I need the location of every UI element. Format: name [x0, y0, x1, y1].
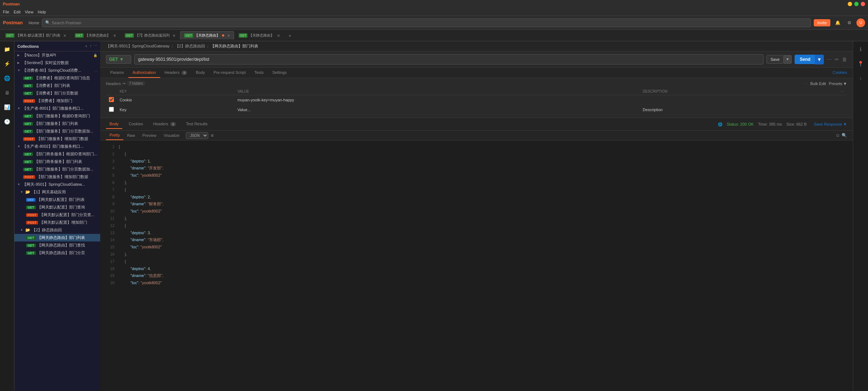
body-tab-raw[interactable]: Raw	[123, 131, 139, 140]
format-select[interactable]: JSON XML HTML Text	[186, 132, 208, 139]
method-select[interactable]: GET ▼	[106, 55, 131, 64]
apis-icon[interactable]: ⚡	[2, 59, 12, 69]
tree-item-req1[interactable]: GET 【消费者】根据ID查询部门信息	[14, 74, 100, 82]
tree-item-req2[interactable]: GET 【消费者】部门列表	[14, 82, 100, 89]
import-icon[interactable]: ↑	[90, 43, 92, 49]
tree-item-req15[interactable]: POST 【网关默认配置】部门分页查...	[14, 211, 100, 219]
body-tab-visualize[interactable]: Visualize	[160, 131, 183, 140]
res-tab-headers[interactable]: Headers 9	[150, 119, 180, 129]
bulk-edit-button[interactable]: Bulk Edit	[810, 81, 826, 86]
cookies-button[interactable]: Cookies	[833, 68, 847, 78]
maximize-button[interactable]	[854, 2, 859, 6]
tree-item-req5[interactable]: GET 【部门微服务】根据ID查询部门	[14, 112, 100, 120]
header-desc-placeholder[interactable]: Description	[640, 105, 838, 115]
tree-item-prod8001[interactable]: ▼ 【生产者-8001】部门微服务档口...	[14, 105, 100, 112]
history-icon[interactable]: 🕐	[2, 117, 12, 127]
save-button[interactable]: Save	[766, 55, 783, 64]
save-response-button[interactable]: Save Response ▼	[814, 122, 847, 126]
environments-icon[interactable]: 🌐	[2, 73, 12, 83]
tab-body[interactable]: Body	[191, 68, 209, 78]
header-key-placeholder[interactable]: Key	[117, 105, 235, 115]
mock-services-icon[interactable]: 🖥	[2, 88, 12, 98]
search-icon[interactable]: 🔍	[842, 133, 847, 138]
tree-item-static[interactable]: ▼ 📂 【2】静态路由回	[14, 226, 100, 234]
right-scroll-icon[interactable]: ↕	[856, 73, 866, 83]
tab-close-4[interactable]: ✕	[227, 34, 230, 38]
tree-item-req17[interactable]: GET 【网关静态路由】部门列表	[14, 234, 100, 241]
tree-item-req8[interactable]: POST 【部门微服务】增加部门数据	[14, 135, 100, 143]
copy-icon[interactable]: ⧉	[836, 133, 839, 138]
tree-item-req9[interactable]: GET 【部门商务服务】根据ID查询部门...	[14, 150, 100, 158]
tree-item-prod8002[interactable]: ▼ 【生产者-8002】部门微服务档口...	[14, 143, 100, 150]
tab-params[interactable]: Params	[106, 68, 128, 78]
close-button[interactable]	[861, 2, 865, 6]
menu-file[interactable]: File	[3, 10, 9, 14]
add-collection-icon[interactable]: ＋	[84, 43, 88, 49]
header-value-placeholder[interactable]: Value...	[235, 105, 640, 115]
tab-4[interactable]: GET 【关静态路由】 ✕	[180, 31, 234, 39]
tab-pre-request[interactable]: Pre-request Script	[209, 68, 250, 78]
tree-item-req14[interactable]: GET 【网关默认配置】部门查询	[14, 203, 100, 211]
tree-item-req13[interactable]: DEF 【网关默认配置】部门列表	[14, 196, 100, 203]
more-options-icon[interactable]: ⋯	[93, 43, 97, 49]
res-tab-body[interactable]: Body	[106, 119, 122, 129]
body-tab-pretty[interactable]: Pretty	[106, 131, 124, 140]
send-dropdown-button[interactable]: ▼	[815, 55, 824, 64]
tree-item-req3[interactable]: GET 【消费者】部门分页数据	[14, 89, 100, 97]
body-tab-preview[interactable]: Preview	[139, 131, 160, 140]
tree-item-req19[interactable]: GET 【网关静态路由】部门分页	[14, 249, 100, 257]
tab-3[interactable]: GET 【7】静态路由返回列 ✕	[121, 31, 179, 39]
tree-item-sentinel[interactable]: ▶ 【Sentinel】实时监控数据	[14, 59, 100, 67]
wrap-icon[interactable]: ≡	[210, 133, 213, 138]
tree-item-basic[interactable]: ▼ 📂 【1】网关基础应用	[14, 188, 100, 196]
tree-item-req18[interactable]: GET 【网关静态路由】部门查找	[14, 241, 100, 249]
save-dropdown[interactable]: ▼	[784, 55, 792, 64]
tree-item-sc80[interactable]: ▼ 【消费者-80】SpringCloud消费... ...	[14, 67, 100, 74]
presets-button[interactable]: Presets ▼	[829, 81, 847, 86]
tab-2[interactable]: GET 【关静态路由】 ✕	[71, 31, 120, 39]
more-icon[interactable]: ⋯	[827, 56, 832, 62]
invite-button[interactable]: Invite	[814, 19, 830, 26]
tree-item-req10[interactable]: GET 【部门商务服务】部门列表	[14, 158, 100, 165]
tab-tests[interactable]: Tests	[250, 68, 268, 78]
url-input[interactable]	[134, 54, 764, 64]
tree-item-gw9501[interactable]: ▼ 【网关-9501】SpringCloudGatew...	[14, 181, 100, 188]
minimize-button[interactable]	[848, 2, 852, 6]
tab-5[interactable]: GET 【关静态路由】 ✕	[235, 31, 284, 39]
settings-icon[interactable]: ⚙	[845, 18, 854, 27]
tree-item-req6[interactable]: GET 【部门微服务】部门列表	[14, 120, 100, 127]
header-enable-checkbox[interactable]	[109, 97, 114, 102]
tab-authorization[interactable]: Authorization	[128, 68, 160, 78]
menu-help[interactable]: Help	[38, 10, 46, 14]
right-info-icon[interactable]: ℹ	[856, 44, 866, 54]
tree-item-req4[interactable]: POST 【消费者】增加部门	[14, 97, 100, 105]
tab-close-5[interactable]: ✕	[277, 34, 280, 38]
monitors-icon[interactable]: 📊	[2, 102, 12, 112]
delete-icon[interactable]: 🗑	[842, 56, 847, 62]
tree-item-nacos[interactable]: ▶ 【Nacos】开放API 🔒	[14, 51, 100, 59]
tree-item-req7[interactable]: GET 【部门微服务】部门分页数据加...	[14, 127, 100, 135]
search-bar[interactable]: 🔍 Search Postman	[42, 18, 810, 27]
avatar[interactable]: U	[856, 18, 865, 27]
add-tab-button[interactable]: ＋	[285, 31, 295, 40]
tree-item-req11[interactable]: GET 【部门微服务】部门分页数据加...	[14, 165, 100, 173]
collections-icon[interactable]: 📁	[2, 44, 12, 54]
tree-item-req12[interactable]: POST 【部门微服务】增加部门数据	[14, 173, 100, 181]
tree-item-req16[interactable]: POST 【网关默认配置】增加部门	[14, 219, 100, 226]
tab-settings[interactable]: Settings	[268, 68, 291, 78]
res-tab-test-results[interactable]: Test Results	[182, 119, 211, 129]
tab-close-3[interactable]: ✕	[173, 34, 175, 38]
more-options-icon[interactable]: ⋯	[804, 81, 807, 85]
res-tab-cookies[interactable]: Cookies	[125, 119, 147, 129]
send-button[interactable]: Send	[795, 55, 815, 64]
right-location-icon[interactable]: 📍	[856, 59, 866, 69]
header-new-checkbox[interactable]	[109, 107, 114, 112]
tab-headers[interactable]: Headers 8	[160, 68, 192, 78]
menu-view[interactable]: View	[25, 10, 34, 14]
tab-close-2[interactable]: ✕	[113, 34, 116, 38]
edit-icon[interactable]: ✏	[835, 56, 839, 62]
tab-close-1[interactable]: ✕	[63, 34, 66, 38]
tab-1[interactable]: GET 【网关-默认配置】部门列表 ✕	[1, 31, 70, 39]
home-link[interactable]: Home	[29, 21, 39, 25]
menu-edit[interactable]: Edit	[14, 10, 21, 14]
